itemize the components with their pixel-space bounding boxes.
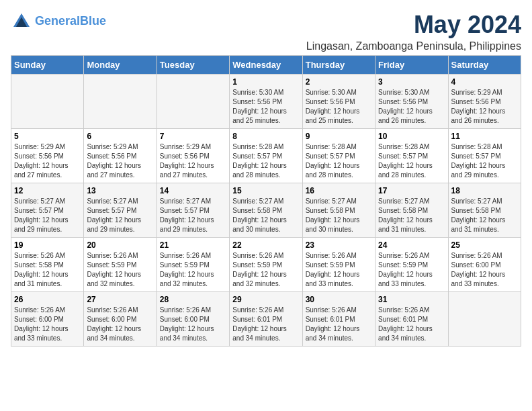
day-cell: 16Sunrise: 5:27 AMSunset: 5:58 PMDayligh… (302, 183, 375, 238)
day-number: 2 (306, 77, 372, 87)
day-number: 17 (378, 186, 445, 195)
calendar-table: SundayMondayTuesdayWednesdayThursdayFrid… (11, 55, 521, 347)
day-cell: 11Sunrise: 5:28 AMSunset: 5:57 PMDayligh… (448, 129, 521, 183)
day-number: 1 (232, 77, 299, 87)
day-cell: 1Sunrise: 5:30 AMSunset: 5:56 PMDaylight… (230, 75, 302, 129)
col-header-sunday: Sunday (11, 56, 84, 75)
day-number: 13 (87, 186, 153, 195)
col-header-tuesday: Tuesday (157, 56, 229, 75)
day-number: 27 (87, 295, 153, 304)
day-cell: 21Sunrise: 5:26 AMSunset: 5:59 PMDayligh… (157, 238, 229, 292)
logo-text: GeneralBlue (35, 15, 106, 28)
day-info: Sunrise: 5:30 AMSunset: 5:56 PMDaylight:… (378, 88, 445, 126)
day-info: Sunrise: 5:27 AMSunset: 5:57 PMDaylight:… (14, 197, 81, 234)
day-cell: 19Sunrise: 5:26 AMSunset: 5:58 PMDayligh… (11, 238, 84, 292)
day-cell (448, 292, 521, 347)
day-number: 9 (306, 132, 372, 141)
day-cell: 26Sunrise: 5:26 AMSunset: 6:00 PMDayligh… (11, 292, 84, 347)
day-cell (84, 75, 157, 129)
day-cell: 18Sunrise: 5:27 AMSunset: 5:58 PMDayligh… (448, 183, 521, 238)
day-info: Sunrise: 5:26 AMSunset: 5:59 PMDaylight:… (232, 251, 299, 289)
day-number: 23 (306, 240, 372, 250)
day-cell: 13Sunrise: 5:27 AMSunset: 5:57 PMDayligh… (84, 183, 157, 238)
day-number: 10 (378, 132, 445, 141)
col-header-saturday: Saturday (448, 56, 521, 75)
week-row-5: 26Sunrise: 5:26 AMSunset: 6:00 PMDayligh… (11, 292, 521, 347)
day-info: Sunrise: 5:27 AMSunset: 5:58 PMDaylight:… (306, 197, 372, 234)
day-cell: 14Sunrise: 5:27 AMSunset: 5:57 PMDayligh… (157, 183, 229, 238)
day-number: 30 (306, 295, 372, 304)
day-cell: 10Sunrise: 5:28 AMSunset: 5:57 PMDayligh… (375, 129, 448, 183)
day-cell (157, 75, 229, 129)
day-number: 6 (87, 132, 153, 141)
day-info: Sunrise: 5:27 AMSunset: 5:57 PMDaylight:… (87, 197, 153, 234)
day-info: Sunrise: 5:26 AMSunset: 6:00 PMDaylight:… (160, 306, 226, 343)
day-number: 31 (378, 295, 445, 304)
day-info: Sunrise: 5:29 AMSunset: 5:56 PMDaylight:… (14, 142, 81, 180)
day-info: Sunrise: 5:26 AMSunset: 5:59 PMDaylight:… (306, 251, 372, 289)
day-info: Sunrise: 5:27 AMSunset: 5:58 PMDaylight:… (232, 197, 299, 234)
day-info: Sunrise: 5:27 AMSunset: 5:57 PMDaylight:… (160, 197, 226, 234)
day-cell: 24Sunrise: 5:26 AMSunset: 5:59 PMDayligh… (375, 238, 448, 292)
logo: GeneralBlue (11, 11, 106, 32)
day-number: 15 (232, 186, 299, 195)
day-info: Sunrise: 5:26 AMSunset: 5:58 PMDaylight:… (14, 251, 81, 289)
day-number: 19 (14, 240, 81, 250)
day-cell: 12Sunrise: 5:27 AMSunset: 5:57 PMDayligh… (11, 183, 84, 238)
title-block: May 2024 Lingasan, Zamboanga Peninsula, … (306, 11, 521, 52)
page-header: GeneralBlue May 2024 Lingasan, Zamboanga… (11, 11, 521, 52)
day-cell: 31Sunrise: 5:26 AMSunset: 6:01 PMDayligh… (375, 292, 448, 347)
day-number: 18 (451, 186, 518, 195)
day-number: 21 (160, 240, 226, 250)
day-number: 22 (232, 240, 299, 250)
day-cell (11, 75, 84, 129)
day-cell: 8Sunrise: 5:28 AMSunset: 5:57 PMDaylight… (230, 129, 302, 183)
day-info: Sunrise: 5:28 AMSunset: 5:57 PMDaylight:… (306, 142, 372, 180)
day-number: 4 (451, 77, 518, 87)
day-number: 11 (451, 132, 518, 141)
col-header-monday: Monday (84, 56, 157, 75)
day-cell: 2Sunrise: 5:30 AMSunset: 5:56 PMDaylight… (302, 75, 375, 129)
day-cell: 4Sunrise: 5:29 AMSunset: 5:56 PMDaylight… (448, 75, 521, 129)
day-number: 8 (232, 132, 299, 141)
week-row-4: 19Sunrise: 5:26 AMSunset: 5:58 PMDayligh… (11, 238, 521, 292)
day-info: Sunrise: 5:29 AMSunset: 5:56 PMDaylight:… (451, 88, 518, 126)
col-header-wednesday: Wednesday (230, 56, 302, 75)
day-info: Sunrise: 5:26 AMSunset: 5:59 PMDaylight:… (378, 251, 445, 289)
day-info: Sunrise: 5:26 AMSunset: 6:01 PMDaylight:… (306, 306, 372, 343)
day-info: Sunrise: 5:28 AMSunset: 5:57 PMDaylight:… (378, 142, 445, 180)
day-cell: 27Sunrise: 5:26 AMSunset: 6:00 PMDayligh… (84, 292, 157, 347)
day-number: 12 (14, 186, 81, 195)
day-cell: 20Sunrise: 5:26 AMSunset: 5:59 PMDayligh… (84, 238, 157, 292)
day-info: Sunrise: 5:29 AMSunset: 5:56 PMDaylight:… (87, 142, 153, 180)
day-number: 5 (14, 132, 81, 141)
day-info: Sunrise: 5:28 AMSunset: 5:57 PMDaylight:… (451, 142, 518, 180)
day-number: 24 (378, 240, 445, 250)
day-cell: 29Sunrise: 5:26 AMSunset: 6:01 PMDayligh… (230, 292, 302, 347)
day-number: 26 (14, 295, 81, 304)
day-cell: 22Sunrise: 5:26 AMSunset: 5:59 PMDayligh… (230, 238, 302, 292)
day-info: Sunrise: 5:27 AMSunset: 5:58 PMDaylight:… (451, 197, 518, 234)
day-info: Sunrise: 5:26 AMSunset: 6:00 PMDaylight:… (14, 306, 81, 343)
day-number: 7 (160, 132, 226, 141)
day-info: Sunrise: 5:30 AMSunset: 5:56 PMDaylight:… (232, 88, 299, 126)
day-number: 28 (160, 295, 226, 304)
col-header-thursday: Thursday (302, 56, 375, 75)
day-info: Sunrise: 5:26 AMSunset: 6:00 PMDaylight:… (87, 306, 153, 343)
week-row-2: 5Sunrise: 5:29 AMSunset: 5:56 PMDaylight… (11, 129, 521, 183)
day-cell: 23Sunrise: 5:26 AMSunset: 5:59 PMDayligh… (302, 238, 375, 292)
week-row-3: 12Sunrise: 5:27 AMSunset: 5:57 PMDayligh… (11, 183, 521, 238)
day-cell: 6Sunrise: 5:29 AMSunset: 5:56 PMDaylight… (84, 129, 157, 183)
day-info: Sunrise: 5:26 AMSunset: 6:00 PMDaylight:… (451, 251, 518, 289)
day-info: Sunrise: 5:29 AMSunset: 5:56 PMDaylight:… (160, 142, 226, 180)
day-number: 16 (306, 186, 372, 195)
col-header-friday: Friday (375, 56, 448, 75)
logo-icon (11, 11, 32, 32)
day-info: Sunrise: 5:26 AMSunset: 5:59 PMDaylight:… (87, 251, 153, 289)
day-cell: 3Sunrise: 5:30 AMSunset: 5:56 PMDaylight… (375, 75, 448, 129)
day-cell: 17Sunrise: 5:27 AMSunset: 5:58 PMDayligh… (375, 183, 448, 238)
day-cell: 9Sunrise: 5:28 AMSunset: 5:57 PMDaylight… (302, 129, 375, 183)
day-cell: 7Sunrise: 5:29 AMSunset: 5:56 PMDaylight… (157, 129, 229, 183)
day-cell: 28Sunrise: 5:26 AMSunset: 6:00 PMDayligh… (157, 292, 229, 347)
day-number: 20 (87, 240, 153, 250)
